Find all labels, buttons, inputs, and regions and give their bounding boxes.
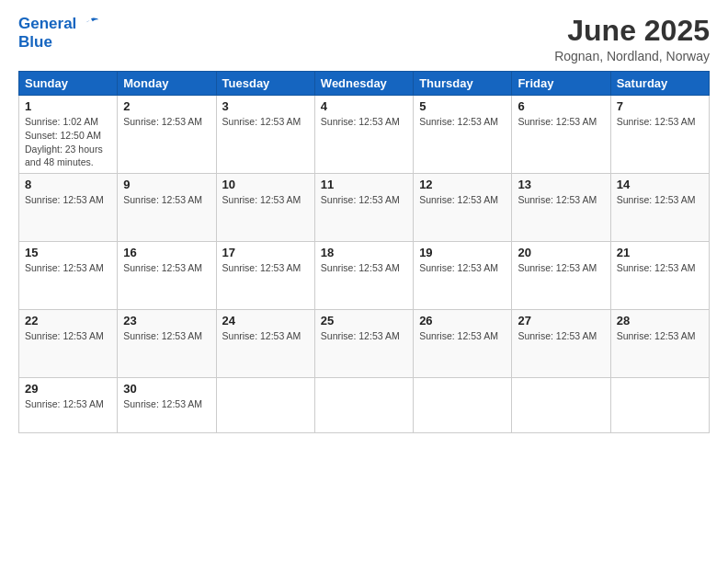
day-number: 3 <box>222 99 309 113</box>
day-info: Sunrise: 12:53 AM <box>123 115 210 129</box>
calendar-week-row: 8Sunrise: 12:53 AM9Sunrise: 12:53 AM10Su… <box>19 173 710 241</box>
table-row: 14Sunrise: 12:53 AM <box>610 173 709 241</box>
day-number: 30 <box>123 382 210 396</box>
calendar-week-row: 29Sunrise: 12:53 AM30Sunrise: 12:53 AM <box>19 377 710 432</box>
logo: General Blue <box>18 15 99 51</box>
day-info: Sunrise: 12:53 AM <box>222 329 309 343</box>
table-row: 21Sunrise: 12:53 AM <box>610 241 709 309</box>
day-info: Sunrise: 12:53 AM <box>617 261 703 275</box>
table-row <box>216 377 314 432</box>
day-info: Sunrise: 12:53 AM <box>518 115 604 129</box>
day-info: Sunrise: 12:53 AM <box>518 261 604 275</box>
table-row: 1Sunrise: 1:02 AM Sunset: 12:50 AM Dayli… <box>19 96 118 174</box>
day-info: Sunrise: 12:53 AM <box>123 329 210 343</box>
day-number: 9 <box>123 178 210 191</box>
table-row: 22Sunrise: 12:53 AM <box>19 309 118 377</box>
day-number: 15 <box>25 246 111 259</box>
table-row: 7Sunrise: 12:53 AM <box>610 96 709 174</box>
calendar-title: June 2025 <box>554 15 710 47</box>
table-row: 17Sunrise: 12:53 AM <box>216 241 314 309</box>
day-info: Sunrise: 12:53 AM <box>25 329 111 343</box>
col-saturday: Saturday <box>610 72 709 96</box>
day-number: 22 <box>25 314 111 327</box>
table-row: 19Sunrise: 12:53 AM <box>414 241 512 309</box>
day-number: 16 <box>123 246 210 259</box>
table-row: 16Sunrise: 12:53 AM <box>118 241 216 309</box>
day-info: Sunrise: 12:53 AM <box>321 193 407 207</box>
day-number: 10 <box>222 178 309 191</box>
table-row <box>414 377 512 432</box>
day-number: 2 <box>123 99 210 113</box>
day-number: 19 <box>419 246 506 259</box>
table-row: 3Sunrise: 12:53 AM <box>216 96 314 174</box>
day-info: Sunrise: 12:53 AM <box>617 329 703 343</box>
table-row: 11Sunrise: 12:53 AM <box>314 173 413 241</box>
table-row: 15Sunrise: 12:53 AM <box>19 241 118 309</box>
table-row: 9Sunrise: 12:53 AM <box>118 173 216 241</box>
table-row: 8Sunrise: 12:53 AM <box>19 173 118 241</box>
day-info: Sunrise: 12:53 AM <box>321 261 407 275</box>
table-row <box>610 377 709 432</box>
day-number: 6 <box>518 99 604 113</box>
day-number: 1 <box>25 99 111 113</box>
table-row: 6Sunrise: 12:53 AM <box>512 96 610 174</box>
table-row: 13Sunrise: 12:53 AM <box>512 173 610 241</box>
day-info: Sunrise: 12:53 AM <box>123 261 210 275</box>
day-number: 7 <box>617 99 703 113</box>
table-row: 29Sunrise: 12:53 AM <box>19 377 118 432</box>
day-info: Sunrise: 12:53 AM <box>123 397 210 411</box>
col-monday: Monday <box>118 72 216 96</box>
day-info: Sunrise: 12:53 AM <box>321 115 407 129</box>
calendar-subtitle: Rognan, Nordland, Norway <box>554 49 710 63</box>
logo-bird-icon <box>83 16 99 32</box>
day-number: 8 <box>25 178 111 191</box>
table-row: 12Sunrise: 12:53 AM <box>414 173 512 241</box>
table-row: 18Sunrise: 12:53 AM <box>314 241 413 309</box>
table-row <box>512 377 610 432</box>
calendar-week-row: 22Sunrise: 12:53 AM23Sunrise: 12:53 AM24… <box>19 309 710 377</box>
logo-text-line1: General <box>18 15 76 32</box>
day-number: 12 <box>419 178 506 191</box>
col-tuesday: Tuesday <box>216 72 314 96</box>
day-info: Sunrise: 12:53 AM <box>222 261 309 275</box>
calendar-week-row: 15Sunrise: 12:53 AM16Sunrise: 12:53 AM17… <box>19 241 710 309</box>
table-row: 25Sunrise: 12:53 AM <box>314 309 413 377</box>
col-wednesday: Wednesday <box>314 72 413 96</box>
table-row: 4Sunrise: 12:53 AM <box>314 96 413 174</box>
day-info: Sunrise: 12:53 AM <box>617 193 703 207</box>
title-block: June 2025 Rognan, Nordland, Norway <box>554 15 710 63</box>
table-row <box>314 377 413 432</box>
table-row: 10Sunrise: 12:53 AM <box>216 173 314 241</box>
day-info: Sunrise: 12:53 AM <box>518 193 604 207</box>
day-info: Sunrise: 12:53 AM <box>518 329 604 343</box>
day-number: 17 <box>222 246 309 259</box>
table-row: 26Sunrise: 12:53 AM <box>414 309 512 377</box>
calendar-week-row: 1Sunrise: 1:02 AM Sunset: 12:50 AM Dayli… <box>19 96 710 174</box>
day-number: 25 <box>321 314 407 327</box>
day-info: Sunrise: 12:53 AM <box>222 193 309 207</box>
header: General Blue June 2025 Rognan, Nordland,… <box>18 15 710 63</box>
day-number: 24 <box>222 314 309 327</box>
day-info: Sunrise: 12:53 AM <box>419 115 506 129</box>
day-info: Sunrise: 12:53 AM <box>617 115 703 129</box>
day-info: Sunrise: 12:53 AM <box>25 193 111 207</box>
day-info: Sunrise: 12:53 AM <box>25 397 111 411</box>
day-info: Sunrise: 12:53 AM <box>419 329 506 343</box>
day-info: Sunrise: 12:53 AM <box>321 329 407 343</box>
day-number: 4 <box>321 99 407 113</box>
day-info: Sunrise: 12:53 AM <box>419 193 506 207</box>
day-number: 11 <box>321 178 407 191</box>
day-info: Sunrise: 12:53 AM <box>222 115 309 129</box>
table-row: 28Sunrise: 12:53 AM <box>610 309 709 377</box>
table-row: 5Sunrise: 12:53 AM <box>414 96 512 174</box>
table-row: 24Sunrise: 12:53 AM <box>216 309 314 377</box>
day-number: 27 <box>518 314 604 327</box>
day-number: 5 <box>419 99 506 113</box>
day-number: 18 <box>321 246 407 259</box>
day-number: 13 <box>518 178 604 191</box>
day-number: 26 <box>419 314 506 327</box>
day-number: 29 <box>25 382 111 396</box>
table-row: 23Sunrise: 12:53 AM <box>118 309 216 377</box>
day-number: 23 <box>123 314 210 327</box>
col-friday: Friday <box>512 72 610 96</box>
